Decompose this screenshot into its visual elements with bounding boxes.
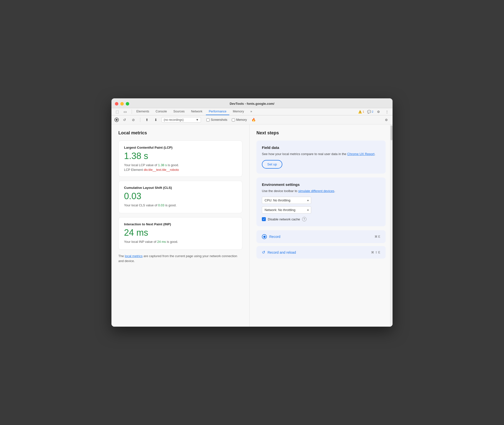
setup-button[interactable]: Set up [262,160,282,169]
warning-count: 1 [363,110,364,113]
env-desc-post: . [334,189,335,193]
left-panel: Local metrics Largest Contentful Paint (… [111,124,250,327]
perf-settings-icon[interactable]: ⚙ [383,117,390,123]
cls-desc-pre: Your local CLS value of [124,203,158,207]
inp-card: Interaction to Next Paint (INP) 24 ms Yo… [118,217,242,250]
inp-value: 24 ms [124,228,237,238]
device-toolbar-icon[interactable]: ▭ [122,108,128,115]
window-title: DevTools - fonts.google.com/ [230,102,274,106]
cls-desc-post: is good. [164,203,177,207]
cpu-select-row: CPU: No throttling [262,197,380,204]
network-select-wrapper: Network: No throttling [262,206,311,213]
warning-badge[interactable]: ⚠️ 1 [358,110,364,114]
right-panel: Next steps Field data See how your local… [250,124,393,327]
simulate-devices-link[interactable]: simulate different devices [298,189,334,193]
warning-icon: ⚠️ [358,110,362,114]
env-title: Environment settings [262,182,380,187]
tab-performance[interactable]: Performance [206,108,230,115]
tab-network[interactable]: Network [188,108,205,115]
tab-elements[interactable]: Elements [133,108,152,115]
cpu-throttling-select[interactable]: CPU: No throttling [262,197,311,204]
network-throttling-select[interactable]: Network: No throttling [262,206,311,213]
inp-desc-post: is good. [166,240,178,244]
help-icon[interactable]: ? [302,217,306,221]
scrollbar-track [390,124,393,327]
field-data-card: Field data See how your local metrics co… [256,141,386,174]
inp-name: Interaction to Next Paint (INP) [124,222,237,226]
env-desc: Use the device toolbar to simulate diffe… [262,189,380,194]
nav-tabs-row: ⬚ ▭ Elements Console Sources Network Per… [111,108,393,115]
record-dot [116,119,118,121]
info-badge[interactable]: 💬 2 [367,110,373,114]
memory-checkbox-group[interactable]: Memory [232,118,247,122]
recordings-dropdown[interactable]: (no recordings) ▼ [162,117,201,123]
record-reload-icon: ↺ [262,250,265,255]
traffic-lights [115,102,129,106]
more-tabs-button[interactable]: » [247,108,255,115]
env-settings-card: Environment settings Use the device tool… [256,177,386,227]
record-action-icon [262,234,267,239]
dropdown-arrow: ▼ [196,118,199,122]
env-desc-pre: Use the device toolbar to [262,189,298,193]
cls-value: 0.03 [124,191,237,201]
more-options-icon[interactable]: ⋮ [384,108,390,115]
lcp-highlight: 1.38 s [158,163,167,167]
local-metrics-link[interactable]: local metrics [125,254,143,258]
devtools-window: DevTools - fonts.google.com/ ⬚ ▭ Element… [111,98,393,327]
memory-checkbox[interactable] [232,118,235,122]
reload-record-button[interactable]: ↺ [121,117,128,123]
chat-icon: 💬 [367,110,371,114]
lcp-desc-pre: Your local LCP value of [124,163,158,167]
field-desc-pre: See how your local metrics compare to re… [262,152,347,156]
lcp-name: Largest Contentful Paint (LCP) [124,146,237,149]
inp-highlight: 24 ms [157,240,166,244]
settings-icon[interactable]: ⚙ [375,108,382,115]
next-steps-title: Next steps [256,130,386,136]
cursor-icon[interactable]: ⬚ [114,108,120,115]
lcp-element-link[interactable]: div.tile__text.tile__roboto [144,168,179,172]
screenshots-label: Screenshots [211,118,227,122]
record-action-left: Record [262,234,280,239]
info-count: 2 [372,110,373,113]
cls-highlight: 0.03 [158,203,164,207]
maximize-button[interactable] [126,102,129,106]
tab-sources[interactable]: Sources [170,108,188,115]
scrollbar-thumb[interactable] [391,125,393,140]
close-button[interactable] [115,102,118,106]
lcp-desc-post: is good. [167,163,179,167]
lcp-card: Largest Contentful Paint (LCP) 1.38 s Yo… [118,141,242,177]
inp-desc-pre: Your local INP value of [124,240,157,244]
main-content: Local metrics Largest Contentful Paint (… [111,124,393,327]
minimize-button[interactable] [120,102,124,106]
record-shortcut: ⌘ E [375,235,380,238]
lcp-value: 1.38 s [124,151,237,161]
record-action-label: Record [269,235,280,239]
title-bar: DevTools - fonts.google.com/ [111,98,393,108]
footnote: The local metrics are captured from the … [118,254,242,263]
flame-icon[interactable]: 🔥 [250,117,257,123]
disable-cache-row: ✓ Disable network cache ? [262,217,380,221]
screenshots-checkbox[interactable] [206,118,210,122]
cls-name: Cumulative Layout Shift (CLS) [124,186,237,190]
upload-button[interactable]: ⬆ [144,117,150,123]
cls-card: Cumulative Layout Shift (CLS) 0.03 Your … [118,181,242,213]
record-reload-shortcut: ⌘ ⇧ E [371,251,380,254]
record-button[interactable] [114,118,119,122]
footnote-pre: The [118,254,125,258]
record-reload-left: ↺ Record and reload [262,250,296,255]
chrome-ux-link[interactable]: Chrome UX Report [347,152,375,156]
cpu-select-wrapper: CPU: No throttling [262,197,311,204]
lcp-element: LCP Element div.tile__text.tile__roboto [124,168,237,172]
download-button[interactable]: ⬇ [153,117,159,123]
field-data-title: Field data [262,145,380,150]
record-circle-inner [263,236,266,238]
record-action-card[interactable]: Record ⌘ E [256,230,386,243]
tab-console[interactable]: Console [153,108,170,115]
tab-memory[interactable]: Memory [230,108,247,115]
record-reload-card[interactable]: ↺ Record and reload ⌘ ⇧ E [256,246,386,259]
disable-cache-checkbox[interactable]: ✓ [262,217,266,221]
screenshots-checkbox-group[interactable]: Screenshots [206,118,227,122]
network-select-row: Network: No throttling [262,206,380,213]
field-data-desc: See how your local metrics compare to re… [262,152,380,157]
clear-button[interactable]: ⊘ [130,117,137,123]
